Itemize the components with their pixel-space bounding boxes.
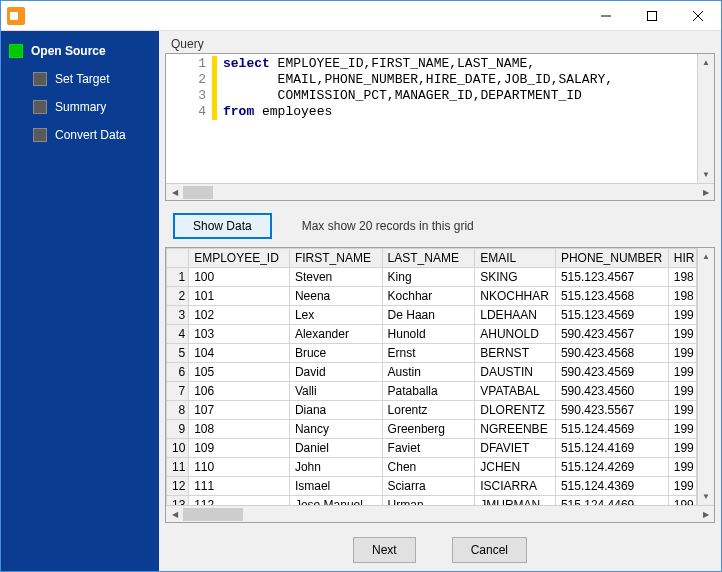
code-area[interactable]: select EMPLOYEE_ID,FIRST_NAME,LAST_NAME,… <box>217 54 697 183</box>
cell[interactable]: DLORENTZ <box>475 401 556 420</box>
cell[interactable]: Hunold <box>382 325 475 344</box>
scroll-up-icon[interactable]: ▲ <box>698 248 715 265</box>
scroll-left-icon[interactable]: ◀ <box>166 506 183 523</box>
cell[interactable]: 198 <box>668 268 696 287</box>
cell[interactable]: Lorentz <box>382 401 475 420</box>
cell[interactable]: NGREENBE <box>475 420 556 439</box>
cell[interactable]: 590.423.5567 <box>555 401 668 420</box>
table-row[interactable]: 2101NeenaKochharNKOCHHAR515.123.4568198 <box>167 287 697 306</box>
cell[interactable]: 590.423.4568 <box>555 344 668 363</box>
column-header[interactable]: FIRST_NAME <box>289 249 382 268</box>
column-header[interactable]: PHONE_NUMBER <box>555 249 668 268</box>
editor-horizontal-scrollbar[interactable]: ◀ ▶ <box>166 183 714 200</box>
cell[interactable]: VPATABAL <box>475 382 556 401</box>
scroll-down-icon[interactable]: ▼ <box>698 488 715 505</box>
cell[interactable]: 109 <box>189 439 290 458</box>
cell[interactable]: David <box>289 363 382 382</box>
scroll-thumb[interactable] <box>183 508 243 521</box>
cell[interactable]: 199 <box>668 306 696 325</box>
table-row[interactable]: 12111IsmaelSciarraISCIARRA515.124.436919… <box>167 477 697 496</box>
cell[interactable]: 105 <box>189 363 290 382</box>
cell[interactable]: Valli <box>289 382 382 401</box>
table-row[interactable]: 11110JohnChenJCHEN515.124.4269199 <box>167 458 697 477</box>
row-number[interactable]: 10 <box>167 439 189 458</box>
query-editor[interactable]: 1 2 3 4 select EMPLOYEE_ID,FIRST_NAME,LA… <box>165 53 715 201</box>
cell[interactable]: 104 <box>189 344 290 363</box>
cancel-button[interactable]: Cancel <box>452 537 527 563</box>
cell[interactable]: 111 <box>189 477 290 496</box>
cell[interactable]: 590.423.4567 <box>555 325 668 344</box>
row-number[interactable]: 13 <box>167 496 189 506</box>
cell[interactable]: 101 <box>189 287 290 306</box>
column-header[interactable]: EMAIL <box>475 249 556 268</box>
cell[interactable]: 107 <box>189 401 290 420</box>
cell[interactable]: Urman <box>382 496 475 506</box>
cell[interactable]: 515.123.4567 <box>555 268 668 287</box>
maximize-button[interactable] <box>629 1 675 31</box>
cell[interactable]: Ernst <box>382 344 475 363</box>
minimize-button[interactable] <box>583 1 629 31</box>
scroll-right-icon[interactable]: ▶ <box>697 184 714 201</box>
scroll-up-icon[interactable]: ▲ <box>698 54 715 71</box>
cell[interactable]: 590.423.4569 <box>555 363 668 382</box>
cell[interactable]: Sciarra <box>382 477 475 496</box>
cell[interactable]: 199 <box>668 401 696 420</box>
cell[interactable]: Alexander <box>289 325 382 344</box>
row-number[interactable]: 1 <box>167 268 189 287</box>
next-button[interactable]: Next <box>353 537 416 563</box>
table-row[interactable]: 5104BruceErnstBERNST590.423.4568199 <box>167 344 697 363</box>
cell[interactable]: SKING <box>475 268 556 287</box>
cell[interactable]: 515.124.4169 <box>555 439 668 458</box>
cell[interactable]: JCHEN <box>475 458 556 477</box>
cell[interactable]: 515.123.4569 <box>555 306 668 325</box>
cell[interactable]: 199 <box>668 382 696 401</box>
cell[interactable]: 515.124.4469 <box>555 496 668 506</box>
row-number[interactable]: 4 <box>167 325 189 344</box>
cell[interactable]: Daniel <box>289 439 382 458</box>
cell[interactable]: Kochhar <box>382 287 475 306</box>
cell[interactable]: 108 <box>189 420 290 439</box>
editor-vertical-scrollbar[interactable]: ▲ ▼ <box>697 54 714 183</box>
cell[interactable]: Ismael <box>289 477 382 496</box>
nav-summary[interactable]: Summary <box>5 95 155 119</box>
column-header[interactable]: HIR▲ <box>668 249 696 268</box>
cell[interactable]: 100 <box>189 268 290 287</box>
cell[interactable]: 199 <box>668 344 696 363</box>
cell[interactable]: DFAVIET <box>475 439 556 458</box>
cell[interactable]: NKOCHHAR <box>475 287 556 306</box>
cell[interactable]: 199 <box>668 325 696 344</box>
cell[interactable]: King <box>382 268 475 287</box>
table-row[interactable]: 7106ValliPataballaVPATABAL590.423.456019… <box>167 382 697 401</box>
cell[interactable]: Faviet <box>382 439 475 458</box>
row-number[interactable]: 11 <box>167 458 189 477</box>
cell[interactable]: 515.124.4569 <box>555 420 668 439</box>
row-number[interactable]: 9 <box>167 420 189 439</box>
row-number[interactable]: 2 <box>167 287 189 306</box>
cell[interactable]: 106 <box>189 382 290 401</box>
table-row[interactable]: 1100StevenKingSKING515.123.4567198 <box>167 268 697 287</box>
table-row[interactable]: 13112Jose ManuelUrmanJMURMAN515.124.4469… <box>167 496 697 506</box>
cell[interactable]: JMURMAN <box>475 496 556 506</box>
cell[interactable]: Austin <box>382 363 475 382</box>
row-number[interactable]: 3 <box>167 306 189 325</box>
cell[interactable]: 515.124.4369 <box>555 477 668 496</box>
data-table[interactable]: EMPLOYEE_ID FIRST_NAME LAST_NAME EMAIL P… <box>166 248 697 505</box>
cell[interactable]: BERNST <box>475 344 556 363</box>
show-data-button[interactable]: Show Data <box>173 213 272 239</box>
scroll-down-icon[interactable]: ▼ <box>698 166 715 183</box>
cell[interactable]: Lex <box>289 306 382 325</box>
cell[interactable]: 112 <box>189 496 290 506</box>
table-row[interactable]: 9108NancyGreenbergNGREENBE515.124.456919… <box>167 420 697 439</box>
cell[interactable]: De Haan <box>382 306 475 325</box>
grid-vertical-scrollbar[interactable]: ▲ ▼ <box>697 248 714 505</box>
column-header[interactable]: EMPLOYEE_ID <box>189 249 290 268</box>
cell[interactable]: Neena <box>289 287 382 306</box>
close-button[interactable] <box>675 1 721 31</box>
cell[interactable]: 199 <box>668 439 696 458</box>
row-number[interactable]: 5 <box>167 344 189 363</box>
cell[interactable]: 199 <box>668 363 696 382</box>
column-header[interactable]: LAST_NAME <box>382 249 475 268</box>
cell[interactable]: Greenberg <box>382 420 475 439</box>
cell[interactable]: ISCIARRA <box>475 477 556 496</box>
row-header-corner[interactable] <box>167 249 189 268</box>
